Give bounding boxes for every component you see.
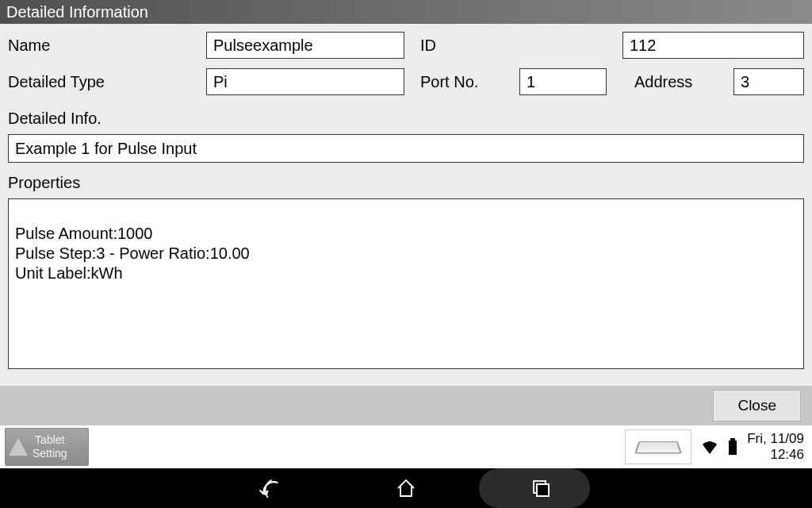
tablet-setting-label: Tablet Setting (33, 433, 67, 460)
detailed-info-value: Example 1 for Pulse Input (15, 140, 197, 158)
footer-bar: Close (0, 386, 812, 425)
close-button[interactable]: Close (713, 390, 801, 421)
id-value: 112 (630, 37, 656, 55)
back-icon (259, 476, 283, 500)
detailed-type-label: Detailed Type (8, 73, 198, 91)
port-label: Port No. (420, 73, 511, 91)
status-bar: Tablet Setting Fri, 11/09 12:46 (0, 425, 812, 468)
address-label: Address (634, 73, 726, 91)
datetime: Fri, 11/09 12:46 (747, 431, 807, 464)
wifi-icon (701, 440, 718, 454)
tablet-setting-line2: Setting (33, 447, 67, 460)
window-titlebar: Detailed Information (0, 0, 812, 24)
arrow-up-icon (9, 438, 28, 456)
back-button[interactable] (251, 468, 291, 508)
form-row-type-port-address: Detailed Type Pi Port No. 1 Address 3 (8, 68, 804, 95)
detailed-type-value: Pi (213, 73, 228, 91)
address-field[interactable]: 3 (733, 68, 804, 95)
name-field[interactable]: Pulseexample (206, 32, 404, 59)
svg-rect-0 (730, 438, 735, 441)
battery-icon (728, 438, 737, 456)
id-field[interactable]: 112 (622, 32, 804, 59)
properties-field: Pulse Amount:1000 Pulse Step:3 - Power R… (8, 198, 804, 369)
form-row-name-id: Name Pulseexample ID 112 (8, 32, 804, 59)
close-button-label: Close (737, 397, 776, 414)
port-field[interactable]: 1 (519, 68, 607, 95)
detailed-type-field[interactable]: Pi (206, 68, 404, 95)
svg-rect-3 (537, 484, 549, 496)
id-label: ID (420, 37, 615, 55)
status-time: 12:46 (747, 447, 804, 463)
properties-label: Properties (8, 174, 804, 192)
recent-apps-button[interactable] (521, 468, 561, 508)
tablet-setting-line1: Tablet (33, 433, 67, 447)
address-value: 3 (741, 73, 749, 91)
android-nav-bar (0, 468, 812, 508)
status-date: Fri, 11/09 (747, 431, 804, 447)
tray-icon[interactable] (625, 429, 691, 464)
tablet-setting-button[interactable]: Tablet Setting (5, 428, 89, 466)
home-button[interactable] (386, 468, 426, 508)
form-content: Name Pulseexample ID 112 Detailed Type P… (0, 24, 812, 386)
svg-rect-1 (729, 441, 737, 455)
recent-apps-icon (530, 477, 552, 499)
detailed-info-label: Detailed Info. (8, 110, 804, 128)
name-label: Name (8, 37, 198, 55)
name-value: Pulseexample (213, 37, 313, 55)
properties-value: Pulse Amount:1000 Pulse Step:3 - Power R… (15, 225, 250, 282)
window-title: Detailed Information (6, 3, 148, 21)
detailed-info-field[interactable]: Example 1 for Pulse Input (8, 134, 804, 163)
tray-shape-icon (634, 441, 682, 454)
port-value: 1 (527, 73, 535, 91)
home-icon (395, 477, 417, 499)
